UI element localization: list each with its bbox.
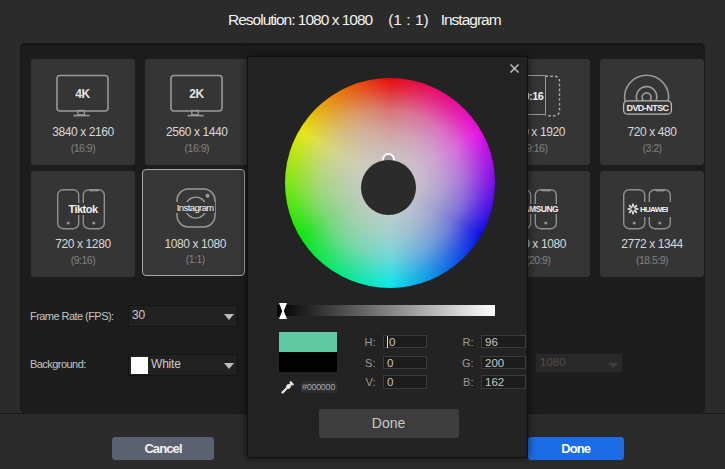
- svg-text:4K: 4K: [75, 87, 90, 101]
- svg-text:2K: 2K: [189, 87, 204, 101]
- svg-text:DVD-NTSC: DVD-NTSC: [626, 103, 669, 113]
